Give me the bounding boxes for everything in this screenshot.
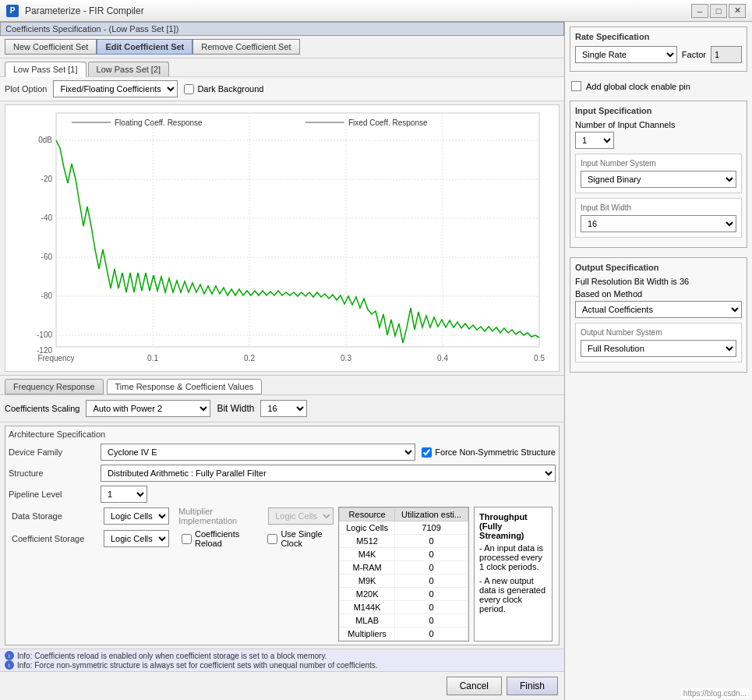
watermark: https://blog.csdn... [681,688,749,698]
title-bar: P Parameterize - FIR Compiler – □ ✕ [0,0,752,22]
resource-table: Resource Utilization esti... Logic Cells… [338,507,469,642]
maximize-button[interactable]: □ [710,4,727,18]
table-row: M4K0 [340,548,468,561]
table-row: Logic Cells7109 [340,521,468,535]
svg-text:Floating Coeff. Response: Floating Coeff. Response [115,118,203,127]
force-nonsym-label[interactable]: Force Non-Symmetric Structure [422,447,556,458]
force-nonsym-checkbox[interactable] [422,447,432,458]
output-number-system-group: Output Number System Full Resolution [575,323,742,362]
remove-coeff-button[interactable]: Remove Coefficient Set [192,39,299,55]
table-row: MLAB0 [340,614,468,628]
utilization-col-header: Utilization esti... [395,508,468,521]
edit-coeff-button[interactable]: Edit Coefficient Set [97,39,192,55]
channels-row: Number of Input Channels 1 [575,120,742,149]
coeff-storage-row: Coefficient Storage Logic Cells Coeffici… [12,529,334,548]
structure-select[interactable]: Distributed Arithmetic : Fully Parallel … [101,465,556,482]
single-clock-checkbox[interactable] [267,534,277,544]
coeff-reload-label[interactable]: Coefficients Reload [182,529,255,548]
output-number-system-label: Output Number System [581,328,736,337]
multiplier-impl-label: Multiplier Implementation [178,507,262,525]
multiplier-impl-select: Logic Cells [268,507,334,525]
dark-bg-label[interactable]: Dark Background [184,84,263,94]
frequency-chart: 0dB -20 -40 -60 -80 -100 -120 Frequency … [5,105,559,370]
data-storage-select[interactable]: Logic Cells [104,507,169,525]
factor-input[interactable] [711,46,742,63]
svg-text:-20: -20 [41,175,53,183]
svg-text:0.3: 0.3 [341,354,351,362]
table-row: M144K0 [340,601,468,614]
factor-label: Factor [682,50,706,59]
device-family-select[interactable]: Cyclone IV E [101,444,415,461]
data-storage-label: Data Storage [12,511,97,521]
resource-col-header: Resource [340,508,395,521]
coeff-reload-checkbox[interactable] [182,534,192,544]
input-bit-width-select[interactable]: 16 [581,215,736,232]
svg-text:-60: -60 [41,253,53,261]
arch-left-col: Data Storage Logic Cells Multiplier Impl… [12,507,334,642]
chart-area: 0dB -20 -40 -60 -80 -100 -120 Frequency … [5,104,560,372]
new-coeff-button[interactable]: New Coefficient Set [5,39,97,55]
coeff-buttons-row: New Coefficient Set Edit Coefficient Set… [0,36,564,58]
coeff-tabs-row: Low Pass Set [1] Low Pass Set [2] [0,58,564,77]
arch-header: Architecture Specification [9,430,556,439]
global-clock-label: Add global clock enable pin [586,82,690,91]
full-res-label: Full Resolution Bit Width is 36 [575,277,742,286]
close-button[interactable]: ✕ [729,4,746,18]
plot-options-row: Plot Option Fixed/Floating Coefficients … [0,77,564,101]
arch-section: Architecture Specification Device Family… [5,426,560,645]
rate-select[interactable]: Single Rate [575,46,677,63]
arch-bottom-row: Data Storage Logic Cells Multiplier Impl… [9,507,556,642]
cancel-button[interactable]: Cancel [447,677,502,695]
tab-lowpass1[interactable]: Low Pass Set [1] [5,62,86,77]
minimize-button[interactable]: – [691,4,708,18]
table-row: Multipliers0 [340,628,468,641]
output-spec-header: Output Specification [575,263,742,272]
tab-lowpass2[interactable]: Low Pass Set [2] [88,62,170,76]
coeff-scaling-select[interactable]: Auto with Power 2 [86,400,210,417]
svg-text:-40: -40 [41,214,53,222]
svg-text:Fixed Coeff. Response: Fixed Coeff. Response [348,118,428,127]
pipeline-row: Pipeline Level 1 [9,486,147,503]
based-on-select[interactable]: Actual Coefficients [575,301,742,318]
input-number-system-select[interactable]: Signed Binary [581,171,736,188]
output-spec: Output Specification Full Resolution Bit… [570,257,747,373]
plot-option-select[interactable]: Fixed/Floating Coefficients [53,80,178,97]
pipeline-label: Pipeline Level [9,490,94,499]
throughput-title: Throughput (Fully Streaming) [479,512,547,540]
based-on-row: Based on Method Actual Coefficients [575,289,742,318]
plot-option-label: Plot Option [5,84,47,94]
structure-row: Structure Distributed Arithmetic : Fully… [9,465,556,482]
table-row: M20K0 [340,588,468,601]
svg-rect-0 [56,113,539,347]
svg-text:-100: -100 [37,331,52,339]
coeff-storage-select[interactable]: Logic Cells [104,530,169,547]
dark-bg-checkbox[interactable] [184,84,194,94]
global-clock-checkbox[interactable] [571,81,581,91]
throughput-line2: - A new output data is generated every c… [479,576,547,613]
finish-button[interactable]: Finish [507,677,558,695]
input-spec: Input Specification Number of Input Chan… [570,101,747,248]
input-bit-width-label: Input Bit Width [581,203,736,212]
tab-time-response[interactable]: Time Response & Coefficient Values [107,379,263,394]
info-line1: i Info: Coefficients reload is enabled o… [5,651,560,660]
coeff-scaling-label: Coefficients Scaling [5,404,79,413]
tab-frequency-response[interactable]: Frequency Response [5,379,104,394]
svg-text:0.4: 0.4 [437,354,448,362]
channels-select[interactable]: 1 [575,132,614,149]
input-bit-width-group: Input Bit Width 16 [575,198,742,238]
svg-text:0.1: 0.1 [147,354,158,362]
pipeline-select[interactable]: 1 [101,486,147,503]
output-number-system-select[interactable]: Full Resolution [581,340,736,357]
channels-label: Number of Input Channels [575,120,742,129]
bit-width-select[interactable]: 16 [260,400,307,417]
device-family-label: Device Family [9,447,94,457]
based-on-label: Based on Method [575,289,742,299]
svg-text:Frequency: Frequency [37,354,74,362]
single-clock-label[interactable]: Use Single Clock [267,529,334,548]
svg-text:0.2: 0.2 [244,354,255,362]
title-bar-text: Parameterize - FIR Compiler [25,5,685,16]
info-icon1: i [5,651,14,660]
coeff-spec-header: Coefficients Specification - (Low Pass S… [0,22,564,36]
coeff-scaling-row: Coefficients Scaling Auto with Power 2 B… [0,394,564,422]
info-bar: i Info: Coefficients reload is enabled o… [0,649,564,671]
